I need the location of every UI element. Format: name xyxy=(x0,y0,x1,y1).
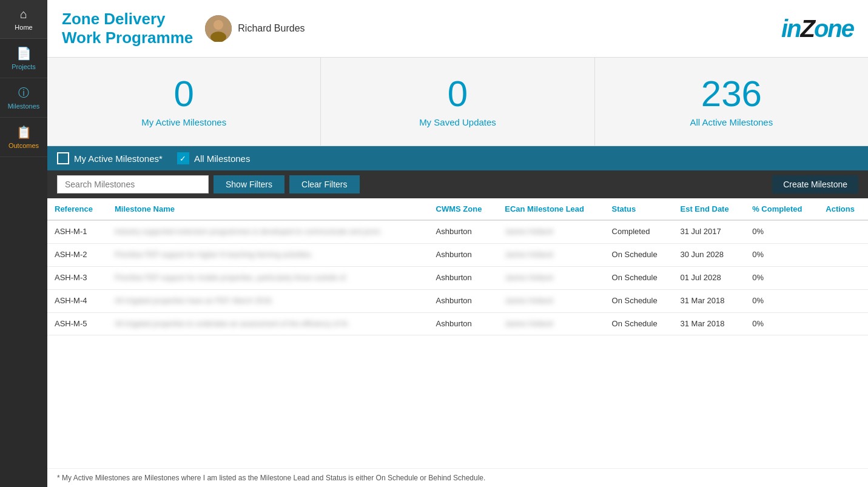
col-ecan-lead: ECan Milestone Lead xyxy=(497,198,604,220)
stat-all-milestones: 236 All Active Milestones xyxy=(595,58,868,146)
cell-cwms-zone: Ashburton xyxy=(429,289,498,312)
table-row: ASH-M-3 Prioritise FEP support for Arabl… xyxy=(47,266,868,289)
cell-percent-completed: 0% xyxy=(745,244,818,267)
col-status: Status xyxy=(605,198,673,220)
user-name: Richard Burdes xyxy=(238,23,304,34)
cell-est-end-date: 31 Jul 2017 xyxy=(673,220,745,243)
table-toolbar: My Active Milestones* All Milestones xyxy=(47,146,868,170)
checkbox-my-active-box[interactable] xyxy=(57,152,69,164)
sidebar-item-home[interactable]: ⌂ Home xyxy=(0,0,47,39)
cell-reference: ASH-M-4 xyxy=(47,289,107,312)
table-header-row: Reference Milestone Name CWMS Zone ECan … xyxy=(47,198,868,220)
home-icon: ⌂ xyxy=(20,7,27,21)
sidebar-label-milestones: Milestones xyxy=(8,102,40,110)
all-milestones-number: 236 xyxy=(607,76,856,112)
cell-milestone-name: All irrigated properties to undertake an… xyxy=(107,312,429,335)
table-section: My Active Milestones* All Milestones Sho… xyxy=(47,146,868,487)
col-est-end-date: Est End Date xyxy=(673,198,745,220)
cell-percent-completed: 0% xyxy=(745,220,818,243)
cell-milestone-name: Prioritise FEP support for higher N leac… xyxy=(107,244,429,267)
table-row: ASH-M-2 Prioritise FEP support for highe… xyxy=(47,244,868,267)
sidebar-item-outcomes[interactable]: 📋 Outcomes xyxy=(0,118,47,157)
cell-actions xyxy=(818,220,868,243)
cell-cwms-zone: Ashburton xyxy=(429,312,498,335)
saved-updates-label: My Saved Updates xyxy=(333,117,582,127)
cell-ecan-lead: Janine Holland xyxy=(497,312,604,335)
checkbox-my-active[interactable]: My Active Milestones* xyxy=(57,152,163,164)
table-row: ASH-M-4 All irrigated properties have an… xyxy=(47,289,868,312)
table-row: ASH-M-1 Industry supported extension pro… xyxy=(47,220,868,243)
col-milestone-name: Milestone Name xyxy=(107,198,429,220)
cell-status: On Schedule xyxy=(605,266,673,289)
cell-actions xyxy=(818,244,868,267)
header-left: Zone Delivery Work Programme Richard Bur… xyxy=(62,10,305,47)
sidebar-item-milestones[interactable]: ⓘ Milestones xyxy=(0,78,47,118)
checkbox-my-active-label: My Active Milestones* xyxy=(74,153,163,164)
header: Zone Delivery Work Programme Richard Bur… xyxy=(47,0,868,58)
cell-ecan-lead: Janine Holland xyxy=(497,244,604,267)
milestone-table-container: Reference Milestone Name CWMS Zone ECan … xyxy=(47,198,868,468)
clear-filters-button[interactable]: Clear Filters xyxy=(289,175,359,193)
footer-note: * My Active Milestones are Milestones wh… xyxy=(57,474,485,482)
checkbox-group: My Active Milestones* All Milestones xyxy=(57,152,250,164)
sidebar: ⌂ Home 📄 Projects ⓘ Milestones 📋 Outcome… xyxy=(0,0,47,487)
cell-status: On Schedule xyxy=(605,244,673,267)
checkbox-all-milestones[interactable]: All Milestones xyxy=(177,152,251,164)
cell-est-end-date: 31 Mar 2018 xyxy=(673,312,745,335)
cell-actions xyxy=(818,312,868,335)
stats-row: 0 My Active Milestones 0 My Saved Update… xyxy=(47,58,868,146)
cell-percent-completed: 0% xyxy=(745,312,818,335)
cell-actions xyxy=(818,266,868,289)
table-row: ASH-M-5 All irrigated properties to unde… xyxy=(47,312,868,335)
cell-status: Completed xyxy=(605,220,673,243)
avatar-image xyxy=(205,15,232,42)
active-milestones-label: My Active Milestones xyxy=(59,117,308,127)
svg-point-1 xyxy=(214,20,223,30)
cell-milestone-name: Industry supported extension programmes … xyxy=(107,220,429,243)
checkbox-all-milestones-label: All Milestones xyxy=(194,153,251,164)
main-content: Zone Delivery Work Programme Richard Bur… xyxy=(47,0,868,487)
projects-icon: 📄 xyxy=(16,46,32,61)
cell-reference: ASH-M-2 xyxy=(47,244,107,267)
show-filters-button[interactable]: Show Filters xyxy=(214,175,284,193)
milestone-table: Reference Milestone Name CWMS Zone ECan … xyxy=(47,198,868,335)
outcomes-icon: 📋 xyxy=(16,125,32,139)
col-cwms-zone: CWMS Zone xyxy=(429,198,498,220)
col-percent-completed: % Completed xyxy=(745,198,818,220)
cell-ecan-lead: Janine Holland xyxy=(497,220,604,243)
cell-status: On Schedule xyxy=(605,289,673,312)
cell-est-end-date: 30 Jun 2028 xyxy=(673,244,745,267)
cell-est-end-date: 01 Jul 2028 xyxy=(673,266,745,289)
sidebar-label-home: Home xyxy=(15,24,32,31)
sidebar-label-projects: Projects xyxy=(12,63,36,70)
cell-reference: ASH-M-3 xyxy=(47,266,107,289)
sidebar-label-outcomes: Outcomes xyxy=(8,142,39,149)
checkbox-all-milestones-box[interactable] xyxy=(177,152,189,164)
milestones-icon: ⓘ xyxy=(18,86,29,100)
col-actions: Actions xyxy=(818,198,868,220)
page-title: Zone Delivery Work Programme xyxy=(62,10,193,47)
cell-actions xyxy=(818,289,868,312)
table-footer: * My Active Milestones are Milestones wh… xyxy=(47,468,868,487)
active-milestones-number: 0 xyxy=(59,76,308,112)
saved-updates-number: 0 xyxy=(333,76,582,112)
cell-ecan-lead: Janine Holland xyxy=(497,266,604,289)
cell-ecan-lead: Janine Holland xyxy=(497,289,604,312)
cell-percent-completed: 0% xyxy=(745,289,818,312)
filter-bar: Show Filters Clear Filters Create Milest… xyxy=(47,170,868,198)
cell-milestone-name: All irrigated properties have an FEP. Ma… xyxy=(107,289,429,312)
all-milestones-label: All Active Milestones xyxy=(607,117,856,127)
create-milestone-button[interactable]: Create Milestone xyxy=(772,175,858,193)
sidebar-item-projects[interactable]: 📄 Projects xyxy=(0,39,47,78)
col-reference: Reference xyxy=(47,198,107,220)
table-body: ASH-M-1 Industry supported extension pro… xyxy=(47,220,868,335)
search-input[interactable] xyxy=(57,175,209,193)
cell-cwms-zone: Ashburton xyxy=(429,244,498,267)
stat-saved-updates: 0 My Saved Updates xyxy=(321,58,594,146)
avatar xyxy=(205,15,232,42)
cell-percent-completed: 0% xyxy=(745,266,818,289)
stat-active-milestones: 0 My Active Milestones xyxy=(47,58,321,146)
cell-est-end-date: 31 Mar 2018 xyxy=(673,289,745,312)
cell-reference: ASH-M-1 xyxy=(47,220,107,243)
cell-reference: ASH-M-5 xyxy=(47,312,107,335)
